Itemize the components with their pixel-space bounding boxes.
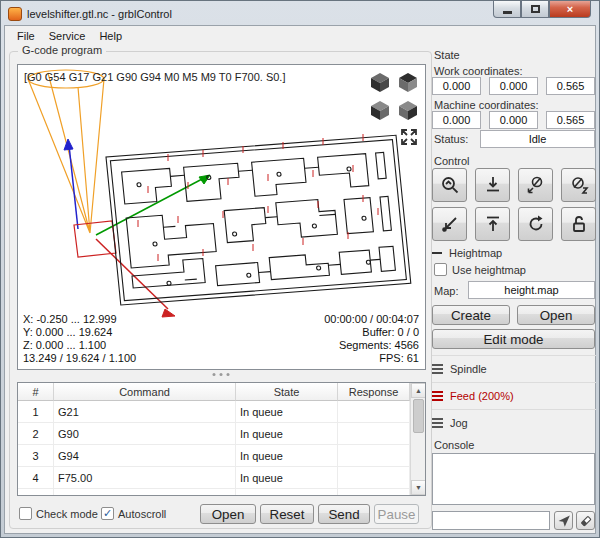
z-range: Z: 0.000 ... 1.100 [23, 339, 136, 352]
state-group-title: State [434, 49, 460, 61]
zero-z-button[interactable] [561, 168, 596, 202]
work-z-field: 0.565 [546, 77, 595, 95]
z-axis-arrow [64, 139, 78, 229]
use-heightmap-checkbox[interactable] [434, 263, 447, 276]
console-clear-button[interactable] [576, 511, 595, 530]
zero-z-icon [569, 175, 589, 195]
spindle-title: Spindle [450, 363, 487, 375]
splitter-handle[interactable] [212, 373, 229, 376]
table-row[interactable]: 2 G90 In queue [18, 423, 425, 445]
cell-command: G00 Z1.0000 [54, 489, 236, 496]
col-header-response[interactable]: Response [338, 383, 410, 401]
open-file-button[interactable]: Open [200, 504, 256, 524]
cube-left-icon [397, 99, 419, 121]
view-left-button[interactable] [396, 98, 420, 122]
heightmap-create-button[interactable]: Create [432, 305, 510, 325]
scroll-down-button[interactable]: ▼ [411, 480, 426, 495]
send-button[interactable]: Send [318, 504, 370, 524]
safe-position-icon [483, 214, 503, 234]
check-mode-checkbox[interactable] [19, 507, 32, 520]
fps-stat: FPS: 61 [324, 352, 419, 365]
menu-service[interactable]: Service [42, 28, 93, 44]
edit-mode-button[interactable]: Edit mode [432, 329, 595, 349]
cube-isometric-icon [369, 71, 391, 93]
home-button[interactable] [432, 168, 467, 202]
check-mode-label[interactable]: Check mode [36, 508, 98, 520]
work-y-field: 0.000 [489, 77, 538, 95]
soft-reset-button[interactable] [518, 207, 553, 241]
view-front-button[interactable] [368, 98, 392, 122]
table-row[interactable]: 4 F75.00 In queue [18, 467, 425, 489]
z-probe-button[interactable] [475, 168, 510, 202]
col-header-command[interactable]: Command [54, 383, 236, 401]
console-input[interactable] [432, 511, 550, 530]
feed-title: Feed (200%) [450, 390, 514, 402]
safe-position-button[interactable] [475, 207, 510, 241]
autoscroll-label[interactable]: Autoscroll [118, 508, 166, 520]
heightmap-open-button[interactable]: Open [517, 305, 595, 325]
table-header-row: # Command State Response [18, 383, 425, 401]
view-buttons [368, 70, 420, 122]
col-header-num[interactable]: # [18, 383, 54, 401]
menu-bar: File Service Help [5, 26, 595, 46]
jog-section-header[interactable]: Jog [432, 413, 596, 433]
toolpath-maze [106, 135, 411, 305]
pause-button[interactable]: Pause [374, 504, 419, 524]
cell-num: 4 [18, 467, 54, 488]
unlock-button[interactable] [561, 207, 596, 241]
bounds-stats: X: -0.250 ... 12.999 Y: 0.000 ... 19.624… [23, 313, 136, 365]
minimize-button[interactable] [493, 1, 521, 18]
status-value-field: Idle [480, 130, 595, 148]
send-icon [557, 514, 571, 528]
work-coords-label: Work coordinates: [434, 65, 522, 77]
map-label: Map: [434, 285, 458, 297]
maximize-button[interactable] [521, 1, 549, 18]
run-stats: 00:00:00 / 00:04:07 Buffer: 0 / 0 Segmen… [324, 313, 419, 365]
divider [432, 355, 596, 356]
table-row[interactable]: 1 G21 In queue [18, 401, 425, 423]
gcode-program-group: G-code program [9, 51, 432, 529]
console-send-button[interactable] [554, 511, 573, 530]
close-button[interactable]: × [549, 1, 591, 18]
arrow-down-icon: ▼ [415, 484, 422, 491]
y-range: Y: 0.000 ... 19.624 [23, 326, 136, 339]
scroll-up-button[interactable]: ▲ [411, 383, 426, 398]
spindle-section-header[interactable]: Spindle [432, 359, 596, 379]
autoscroll-checkbox[interactable]: ✓ [101, 507, 114, 520]
view-top-button[interactable] [396, 70, 420, 94]
maximize-icon [531, 5, 540, 13]
menu-file[interactable]: File [10, 28, 42, 44]
use-heightmap-label[interactable]: Use heightmap [452, 264, 526, 276]
time-stat: 00:00:00 / 00:04:07 [324, 313, 419, 326]
client-area: File Service Help G-code program [4, 25, 596, 534]
x-range: X: -0.250 ... 12.999 [23, 313, 136, 326]
restore-origin-icon [440, 214, 460, 234]
feed-section-header[interactable]: Feed (200%) [432, 386, 596, 406]
table-row[interactable]: 5 G00 Z1.0000 In queue [18, 489, 425, 496]
dimensions: 13.249 / 19.624 / 1.100 [23, 352, 136, 365]
table-row[interactable]: 3 G94 In queue [18, 445, 425, 467]
visualizer-viewport[interactable]: [G0 G54 G17 G21 G90 G94 M0 M5 M9 T0 F700… [17, 64, 426, 370]
fit-view-button[interactable] [399, 128, 419, 148]
col-header-state[interactable]: State [236, 383, 338, 401]
menu-help[interactable]: Help [92, 28, 129, 44]
check-icon: ✓ [103, 508, 112, 519]
zero-xy-button[interactable] [518, 168, 553, 202]
gcode-table: # Command State Response 1 G21 In queue … [17, 382, 426, 496]
view-isometric-button[interactable] [368, 70, 392, 94]
heightmap-title: Heightmap [449, 247, 502, 259]
gcode-group-title: G-code program [18, 44, 106, 56]
segments-stat: Segments: 4566 [324, 339, 419, 352]
heightmap-section-header[interactable]: Heightmap [432, 243, 596, 263]
cell-state: In queue [236, 489, 338, 496]
reset-button[interactable]: Reset [260, 504, 314, 524]
cell-response [338, 423, 410, 444]
cell-state: In queue [236, 467, 338, 488]
window-title: levelshifter.gtl.nc - grblControl [27, 8, 172, 20]
restore-origin-button[interactable] [432, 207, 467, 241]
table-scrollbar[interactable]: ▲ ▼ [410, 383, 425, 495]
cell-response [338, 467, 410, 488]
right-panel: State Work coordinates: 0.000 0.000 0.56… [432, 49, 596, 529]
cell-command: G21 [54, 401, 236, 422]
scrollbar-thumb[interactable] [413, 399, 424, 433]
